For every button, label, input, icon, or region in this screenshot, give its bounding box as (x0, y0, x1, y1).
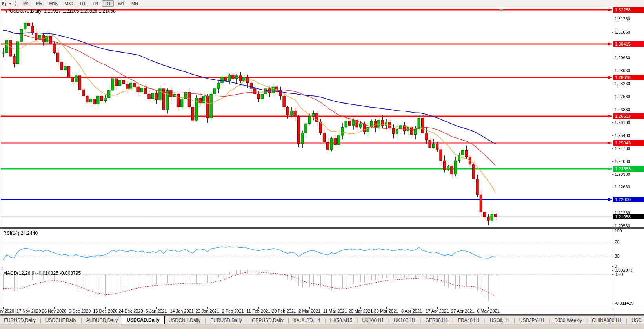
tab-XAUUSD-H4[interactable]: XAUUSD,H4 (289, 317, 324, 324)
tf-button-H4[interactable]: H4 (89, 0, 101, 7)
tab-USDCAD-Daily[interactable]: USDCAD,Daily (122, 316, 164, 324)
tab-USDCHF-Daily[interactable]: USDCHF,Daily (42, 317, 80, 324)
date-axis-label: 26 Nov 2020 (42, 309, 66, 313)
tab-USDJPY-H1[interactable]: USDJPY,H1 (515, 317, 548, 324)
chart-type-dropdown-icon[interactable]: ▼ (7, 2, 14, 5)
date-axis-label: 20 Mar 2021 (349, 309, 373, 313)
price-axis-label: 1.31060 (615, 30, 630, 35)
price-level-badge: 1.32258 (613, 7, 644, 13)
price-axis-label: 1.24060 (615, 159, 630, 164)
tab-GBPUSD-Daily[interactable]: GBPUSD,Daily (248, 317, 287, 324)
date-axis-label: 27 Apr 2021 (451, 309, 474, 313)
tf-button-H1[interactable]: H1 (77, 0, 89, 7)
price-level-badge: 1.21058 (613, 214, 644, 219)
tab-USOil-H1[interactable]: USOil,H1 (486, 317, 513, 324)
rsi-axis-label: 70 (615, 239, 619, 244)
date-axis-label: 11 Feb 2021 (247, 309, 271, 313)
tf-button-M30[interactable]: M30 (62, 0, 76, 7)
macd-axis-label: 0.00 (615, 272, 623, 277)
date-axis-label: 5 Dec 2020 (69, 309, 91, 313)
tf-button-M15[interactable]: M15 (46, 0, 60, 7)
date-axis-label: 30 Mar 2021 (374, 309, 398, 313)
rsi-title: RSI(14) 24.2440 (3, 230, 38, 236)
macd-title: MACD(12,26,9) -0.010825 -0.008795 (3, 271, 81, 276)
price-level-badge: 1.25043 (613, 140, 644, 146)
toolbar-grip[interactable] (15, 1, 18, 6)
date-axis-label: 15 Dec 2020 (93, 309, 117, 313)
date-axis-label: 17 Apr 2021 (426, 309, 449, 313)
tf-button-M1[interactable]: M1 (20, 0, 32, 7)
date-axis-label: 8 Apr 2021 (401, 309, 422, 313)
tf-button-W1[interactable]: W1 (115, 0, 127, 7)
chart-symbol-label: USDCAD,Daily (10, 8, 42, 14)
tab-GER30-H1[interactable]: GER30,H1 (421, 317, 452, 324)
price-axis-label: 1.27560 (615, 94, 630, 99)
price-axis-label: 1.31780 (615, 16, 630, 21)
tf-button-M5[interactable]: M5 (33, 0, 45, 7)
tab-FRA40-H1[interactable]: FRA40,H1 (454, 317, 484, 324)
tab-DJ30-Weekly[interactable]: DJ30,Weekly (550, 317, 586, 324)
chart-tab-bar: EURUSD,Daily|USDCHF,Daily|AUDUSD,DailyUS… (0, 315, 644, 324)
macd-axis-label: -0.011439 (615, 301, 634, 305)
price-axis-label: 1.28960 (615, 68, 630, 73)
tab-CHINA300-H1[interactable]: CHINA300,H1 (588, 317, 626, 324)
price-axis-label: 1.24760 (615, 146, 630, 151)
price-axis-label: 1.28260 (615, 81, 630, 86)
date-axis-label: 5 Jan 2021 (146, 309, 167, 313)
date-axis-label: 24 Dec 2020 (118, 309, 143, 313)
candlestick-chart-icon[interactable] (1, 1, 7, 6)
tab-EURUSD-Daily[interactable]: EURUSD,Daily (206, 317, 246, 324)
price-axis-label: 1.29660 (615, 55, 630, 60)
price-axis-label: 1.23360 (615, 172, 630, 177)
tab-UK100-H1[interactable]: UK100,H1 (358, 317, 387, 324)
price-axis-label: 1.26860 (615, 107, 630, 112)
tab-HK50-M15[interactable]: HK50,M15 (326, 317, 357, 324)
date-axis-label: 23 Jan 2021 (196, 309, 220, 313)
date-axis-label: 2 Mar 2021 (298, 309, 320, 313)
price-axis-label: 1.26160 (615, 120, 630, 125)
timeframe-toolbar: ▼ M1M5M15M30H1H4D1W1MN (0, 0, 644, 7)
price-level-badge: 1.28616 (613, 75, 644, 80)
chart-title-dropdown-icon[interactable]: ▼ (5, 9, 8, 13)
tab-USDCNH-Daily[interactable]: USDCNH,Daily (165, 317, 204, 324)
chart-canvas[interactable] (0, 0, 644, 329)
date-axis-label: 2 Feb 2021 (222, 309, 244, 313)
tab-AUDUSD-Daily[interactable]: AUDUSD,Daily (82, 317, 122, 324)
date-axis-label: 20 Feb 2021 (272, 309, 296, 313)
price-axis-label: 1.22660 (615, 185, 630, 189)
price-level-badge: 1.30415 (613, 41, 644, 47)
tab-USC[interactable]: USC (628, 317, 644, 324)
tf-button-MN[interactable]: MN (128, 0, 141, 7)
price-level-badge: 1.23653 (613, 166, 644, 172)
price-level-badge: 1.26503 (613, 113, 644, 119)
mt4-window: ▼ M1M5M15M30H1H4D1W1MN ▼USDCAD,Daily 1.2… (0, 0, 644, 329)
date-axis-label: 11 Mar 2021 (323, 309, 347, 313)
date-axis-label: 6 May 2021 (477, 309, 499, 313)
price-axis-label: 1.25460 (615, 133, 630, 138)
date-axis-label: 7 Nov 2020 (0, 309, 14, 313)
price-axis-label: 1.20560 (615, 223, 630, 228)
date-axis-label: 14 Jan 2021 (170, 309, 194, 313)
rsi-axis-label: 30 (615, 254, 619, 258)
chart-title: ▼USDCAD,Daily 1.20917 1.21105 1.20826 1.… (5, 8, 116, 14)
tab-EURUSD-Daily[interactable]: EURUSD,Daily (0, 317, 40, 324)
status-bar (0, 324, 644, 329)
tf-button-D1[interactable]: D1 (102, 0, 114, 7)
tab-UK100-H1[interactable]: UK100,H1 (390, 317, 419, 324)
price-level-badge: 1.22000 (613, 197, 644, 202)
rsi-axis-label: 100 (615, 228, 622, 233)
date-axis-label: 17 Nov 2020 (16, 309, 41, 313)
chart-ohlc-values: 1.20917 1.21105 1.20826 1.21058 (44, 8, 116, 14)
